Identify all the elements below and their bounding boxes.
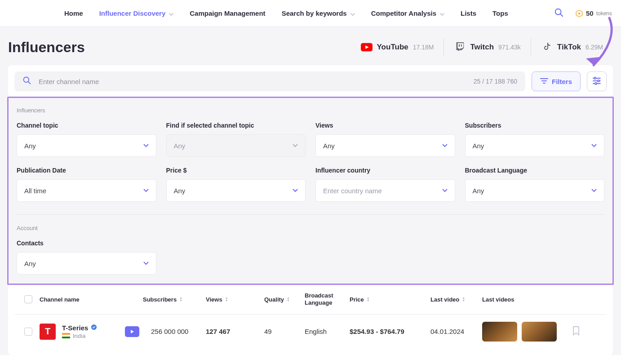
token-icon [575,9,583,18]
chevron-down-icon [143,144,149,147]
sort-icon: ▲▼ [367,297,370,302]
table-row: T T-Series India [14,315,607,349]
svg-marker-2 [578,12,581,15]
tiktok-icon [541,41,553,53]
cell-language: English [305,328,350,335]
svg-point-8 [595,83,597,84]
video-thumbnail[interactable] [482,322,517,342]
search-row: 25 / 17 188 760 Filters [14,71,607,91]
tab-tiktok[interactable]: TikTok 6.29M [531,38,613,56]
chevron-down-icon [169,9,173,17]
search-icon [22,76,39,87]
video-thumbnail[interactable] [522,322,557,342]
page-body: Influencers YouTube 17.18M Twitch 971.43… [0,27,621,355]
search-counter: 25 / 17 188 760 [474,78,517,85]
select-channel-topic[interactable]: Any [17,134,156,157]
cell-quality: 49 [264,328,305,335]
select-contacts[interactable]: Any [17,252,156,275]
tab-twitch[interactable]: Twitch 971.43k [444,38,530,56]
channel-country: India [73,333,85,339]
cell-last-video: 04.01.2024 [430,328,482,335]
svg-marker-9 [586,57,599,65]
tokens-count: 50 [586,9,594,17]
filter-channel-topic: Channel topic Any [17,122,156,157]
channel-avatar: T [40,324,56,340]
svg-marker-11 [131,330,134,333]
filter-price: Price $ Any [166,167,306,202]
select-language[interactable]: Any [465,179,605,202]
table-header: Channel name Subscribers▲▼ Views▲▼ Quali… [14,285,607,315]
select-all-checkbox[interactable] [24,295,32,303]
nav-lists[interactable]: Lists [452,9,484,17]
cell-last-videos [482,322,572,342]
settings-button[interactable] [587,71,607,91]
chevron-down-icon [293,144,298,147]
channel-search-input[interactable] [39,78,474,85]
th-language[interactable]: BroadcastLanguage [305,292,350,307]
select-publication-date[interactable]: All time [17,179,156,202]
filters-panel: Influencers Channel topic Any Find if se… [7,97,614,285]
chevron-down-icon [143,262,149,265]
chevron-down-icon [143,189,149,192]
flag-icon [62,333,70,338]
chevron-down-icon [442,189,448,192]
select-views[interactable]: Any [315,134,455,157]
bookmark-button[interactable] [572,326,599,337]
select-find-if[interactable]: Any [166,134,306,157]
filter-country: Influencer country Enter country name [315,167,455,202]
th-price[interactable]: Price▲▼ [350,296,430,303]
cell-views: 127 467 [206,328,264,335]
channel-name: T-Series [62,324,88,332]
filter-publication-date: Publication Date All time [17,167,156,202]
tokens-indicator[interactable]: 50 tokens [575,9,612,18]
select-subscribers[interactable]: Any [465,134,605,157]
search-icon[interactable] [550,8,568,19]
cell-subscribers: 256 000 000 [151,328,188,335]
sort-icon: ▲▼ [287,297,290,302]
svg-point-6 [594,77,596,79]
page-header: Influencers YouTube 17.18M Twitch 971.43… [8,38,613,56]
filter-contacts: Contacts Any [17,240,156,275]
th-subscribers[interactable]: Subscribers▲▼ [143,296,206,303]
filter-language: Broadcast Language Any [465,167,605,202]
tab-youtube[interactable]: YouTube 17.18M [351,38,444,56]
chevron-down-icon [591,189,597,192]
filters-button[interactable]: Filters [532,71,581,91]
th-quality[interactable]: Quality▲▼ [264,296,305,303]
nav-competitor-analysis[interactable]: Competitor Analysis [363,9,452,17]
nav-tops[interactable]: Tops [484,9,516,17]
filter-divider [17,214,604,215]
row-checkbox[interactable] [24,328,32,336]
page-title: Influencers [8,39,85,56]
sort-icon: ▲▼ [179,297,182,302]
chevron-down-icon [442,144,448,147]
nav-campaign-management[interactable]: Campaign Management [182,9,273,17]
th-channel-name[interactable]: Channel name [40,296,143,303]
search-box[interactable]: 25 / 17 188 760 [14,71,525,91]
tokens-label: tokens [596,10,612,17]
filters-section-account: Account [17,225,604,231]
th-views[interactable]: Views▲▼ [206,296,264,303]
verified-icon [91,324,97,332]
filters-icon [540,78,548,85]
filter-views: Views Any [315,122,455,157]
twitch-icon [454,41,466,53]
sort-icon: ▲▼ [225,297,228,302]
filter-find-if: Find if selected channel topic Any [166,122,306,157]
select-country[interactable]: Enter country name [315,179,455,202]
nav-home[interactable]: Home [56,9,91,17]
chevron-down-icon [350,9,355,17]
chevron-down-icon [440,9,444,17]
nav-search-keywords[interactable]: Search by keywords [274,9,363,17]
play-button[interactable] [125,326,139,337]
chevron-down-icon [293,189,298,192]
select-price[interactable]: Any [166,179,306,202]
platform-tabs: YouTube 17.18M Twitch 971.43k TikTok 6.2… [351,38,613,56]
th-last-video[interactable]: Last video▲▼ [430,296,482,303]
filter-subscribers: Subscribers Any [465,122,605,157]
cell-price: $254.93 - $764.79 [350,328,430,335]
chevron-down-icon [591,144,597,147]
nav-influencer-discovery[interactable]: Influencer Discovery [91,9,182,17]
main-card: 25 / 17 188 760 Filters [8,65,613,355]
youtube-icon [361,41,373,53]
